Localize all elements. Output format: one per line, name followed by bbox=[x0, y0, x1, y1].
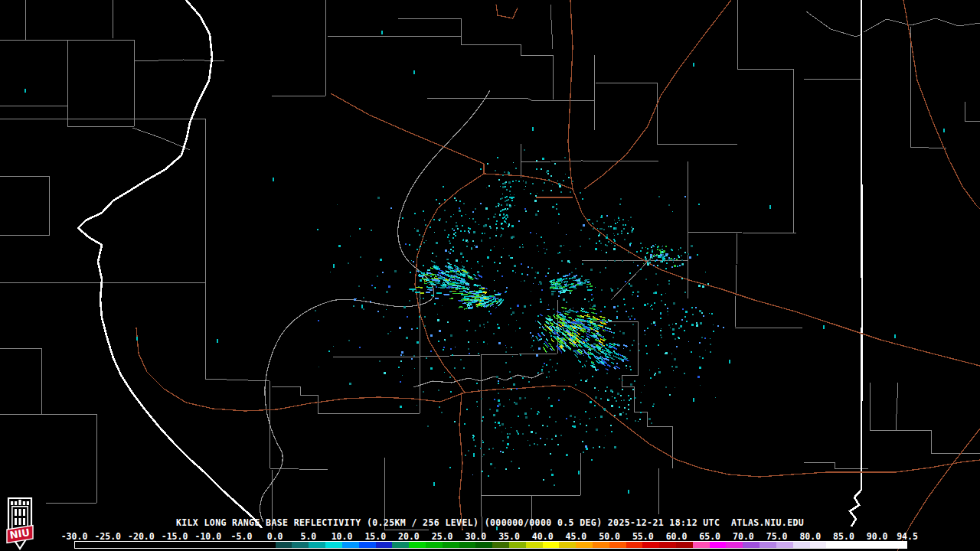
colorbar-tick-label: 10.0 bbox=[332, 531, 353, 542]
niu-logo: NIU bbox=[6, 496, 34, 551]
river-line bbox=[260, 90, 490, 522]
county-line bbox=[965, 102, 980, 121]
county-line bbox=[521, 161, 688, 162]
county-line bbox=[735, 233, 737, 328]
colorbar-tick-label: 90.0 bbox=[867, 531, 888, 542]
colorbar-segment bbox=[509, 542, 526, 548]
county-borders bbox=[0, 0, 980, 537]
county-line bbox=[896, 383, 898, 430]
highway-line bbox=[903, 0, 980, 209]
colorbar-tick-label: 94.5 bbox=[897, 531, 918, 542]
county-line bbox=[688, 232, 796, 233]
state-border-line bbox=[78, 0, 262, 528]
colorbar-segment bbox=[492, 542, 509, 548]
colorbar-tick-label: 55.0 bbox=[632, 531, 654, 542]
colorbar-segment bbox=[726, 542, 743, 548]
highway-line bbox=[573, 189, 980, 366]
colorbar-segment bbox=[426, 542, 443, 548]
colorbar-tick-label: 45.0 bbox=[566, 531, 587, 542]
county-line bbox=[205, 379, 270, 381]
colorbar-segment bbox=[793, 542, 810, 548]
radar-map bbox=[0, 0, 980, 551]
colorbar-tick-labels: -30.0-25.0-20.0-15.0-10.0-5.00.05.010.01… bbox=[0, 531, 980, 540]
state-borders bbox=[78, 0, 862, 528]
river-line bbox=[413, 373, 544, 387]
colorbar-tick-label: 35.0 bbox=[498, 531, 520, 542]
colorbar-segment bbox=[743, 542, 760, 548]
county-line bbox=[420, 355, 481, 357]
railroads bbox=[550, 5, 655, 300]
county-line bbox=[931, 430, 980, 453]
colorbar-segment bbox=[710, 542, 727, 548]
county-line bbox=[864, 18, 980, 32]
colorbar-tick-label: 60.0 bbox=[666, 531, 688, 542]
county-line bbox=[427, 98, 594, 100]
colorbar-tick-label: -25.0 bbox=[94, 531, 121, 542]
colorbar-segment bbox=[309, 542, 325, 548]
county-line bbox=[132, 128, 190, 150]
product-title: KILX LONG RANGE BASE REFLECTIVITY (0.25K… bbox=[0, 517, 980, 528]
colorbar-segment bbox=[342, 542, 359, 548]
colorbar-segment bbox=[475, 542, 492, 548]
colorbar-segment bbox=[292, 542, 309, 548]
colorbar-segment bbox=[559, 542, 576, 548]
county-line bbox=[910, 147, 946, 148]
colorbar-segment bbox=[810, 542, 827, 548]
colorbar-segment bbox=[626, 542, 643, 548]
colorbar-segment bbox=[443, 542, 459, 548]
colorbar-segment bbox=[576, 542, 593, 548]
colorbar-segment bbox=[659, 542, 676, 548]
colorbar-tick-label: -30.0 bbox=[61, 531, 88, 542]
county-line bbox=[596, 83, 737, 144]
colorbar-tick-label: -20.0 bbox=[128, 531, 155, 542]
county-line bbox=[804, 462, 868, 468]
colorbar-segment bbox=[593, 542, 609, 548]
reflectivity-colorbar bbox=[74, 541, 907, 549]
county-line bbox=[461, 44, 553, 55]
colorbar-tick-label: 15.0 bbox=[364, 531, 386, 542]
colorbar-segment bbox=[325, 542, 342, 548]
county-line bbox=[0, 176, 49, 235]
colorbar-tick-label: 75.0 bbox=[766, 531, 788, 542]
colorbar-tick-label: -15.0 bbox=[162, 531, 188, 542]
county-line bbox=[806, 11, 861, 37]
county-line bbox=[270, 468, 328, 470]
colorbar-segment bbox=[642, 542, 659, 548]
colorbar-tick-label: 85.0 bbox=[833, 531, 854, 542]
colorbar-segment bbox=[359, 542, 376, 548]
colorbar-tick-label: 20.0 bbox=[398, 531, 420, 542]
colorbar-segment bbox=[609, 542, 626, 548]
colorbar-tick-label: 40.0 bbox=[532, 531, 554, 542]
colorbar-segment bbox=[760, 542, 776, 548]
colorbar-tick-label: 25.0 bbox=[432, 531, 453, 542]
railroad-line bbox=[550, 5, 553, 49]
colorbar-segment bbox=[526, 542, 543, 548]
highway-line bbox=[136, 328, 980, 477]
county-line bbox=[0, 119, 205, 119]
colorbar-segment bbox=[543, 542, 560, 548]
colorbar-tick-label: 80.0 bbox=[799, 531, 821, 542]
rivers bbox=[260, 90, 544, 522]
county-line bbox=[481, 354, 557, 355]
colorbar-segment bbox=[276, 542, 292, 548]
colorbar-segment bbox=[693, 542, 710, 548]
highway-line bbox=[496, 5, 518, 18]
colorbar-segment bbox=[409, 542, 426, 548]
highway-line bbox=[459, 393, 462, 530]
colorbar-segment bbox=[776, 542, 793, 548]
highway-line bbox=[331, 93, 484, 174]
colorbar-tick-label: 70.0 bbox=[733, 531, 754, 542]
reflectivity-echoes bbox=[24, 31, 945, 530]
radar-screen: KILX LONG RANGE BASE REFLECTIVITY (0.25K… bbox=[0, 0, 980, 551]
colorbar-tick-label: 50.0 bbox=[599, 531, 620, 542]
colorbar-tick-label: 30.0 bbox=[465, 531, 486, 542]
county-line bbox=[0, 348, 41, 414]
colorbar-segment bbox=[676, 542, 693, 548]
colorbar-tick-label: 65.0 bbox=[699, 531, 720, 542]
colorbar-tick-label: -5.0 bbox=[231, 531, 253, 542]
colorbar-tick-label: -10.0 bbox=[194, 531, 221, 542]
colorbar-tick-label: 5.0 bbox=[300, 531, 316, 542]
colorbar-segment bbox=[459, 542, 476, 548]
colorbar-segment bbox=[376, 542, 393, 548]
colorbar-segment bbox=[392, 542, 409, 548]
